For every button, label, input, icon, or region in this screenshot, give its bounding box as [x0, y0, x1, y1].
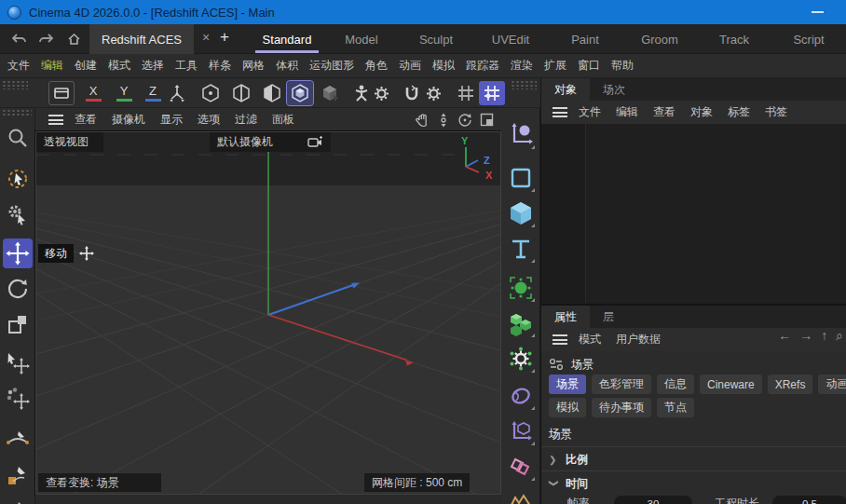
- motext-icon[interactable]: [505, 233, 537, 265]
- am-menu-mode[interactable]: 模式: [571, 332, 608, 347]
- fps-input[interactable]: 30: [614, 496, 692, 504]
- category-scene[interactable]: 场景: [549, 375, 586, 394]
- sketch-pen-icon[interactable]: [3, 460, 33, 490]
- am-menu-userdata[interactable]: 用户数据: [608, 332, 668, 347]
- menu-edit[interactable]: 编辑: [35, 58, 69, 74]
- viewport-menu-view[interactable]: 查看: [67, 112, 104, 128]
- category-cineware[interactable]: Cineware: [700, 375, 762, 394]
- history-back-icon[interactable]: ←: [778, 328, 791, 344]
- minimize-button[interactable]: [812, 11, 824, 13]
- lock-x-axis-button[interactable]: X: [80, 81, 106, 105]
- zoom-tool-icon[interactable]: [3, 123, 33, 153]
- transform-tool-icon[interactable]: [3, 348, 33, 378]
- undo-icon[interactable]: [9, 29, 30, 49]
- move-tool-icon[interactable]: [3, 238, 33, 268]
- group-scale[interactable]: ❯ 比例: [549, 452, 588, 468]
- tab-objects[interactable]: 对象: [541, 78, 590, 101]
- category-color-management[interactable]: 色彩管理: [592, 375, 651, 394]
- document-tab[interactable]: Redshift ACES: [89, 24, 194, 54]
- layout-tab-sculpt[interactable]: Sculpt: [399, 24, 473, 54]
- history-forward-icon[interactable]: →: [799, 328, 812, 344]
- viewport-menu-options[interactable]: 选项: [190, 112, 227, 128]
- lock-y-axis-button[interactable]: Y: [111, 81, 137, 105]
- mode-toggles-icon[interactable]: [549, 358, 564, 371]
- menu-mode[interactable]: 模式: [102, 58, 136, 74]
- asset-box-icon[interactable]: [48, 81, 75, 105]
- layout-tab-uvedit[interactable]: UVEdit: [473, 24, 548, 54]
- category-todo[interactable]: 待办事项: [592, 398, 651, 417]
- layout-tab-groom[interactable]: Groom: [622, 24, 697, 54]
- grid-toggle-icon[interactable]: [453, 81, 479, 105]
- home-icon[interactable]: [63, 29, 84, 49]
- rotate-view-icon[interactable]: [457, 113, 472, 128]
- lock-z-axis-button[interactable]: Z: [140, 81, 166, 105]
- tab-takes[interactable]: 场次: [590, 78, 638, 101]
- multi-move-tool-icon[interactable]: [3, 384, 33, 414]
- tab-attributes[interactable]: 属性: [541, 306, 590, 328]
- viewport-hamburger-icon[interactable]: [48, 115, 63, 125]
- group-time[interactable]: ❯ 时间: [549, 476, 588, 492]
- rotate-tool-icon[interactable]: [3, 274, 33, 304]
- maximize-view-icon[interactable]: [480, 113, 494, 127]
- coordinates-tool-icon[interactable]: [505, 119, 537, 151]
- attribute-manager-hamburger-icon[interactable]: [553, 334, 567, 345]
- character-settings-gear-icon[interactable]: [371, 81, 391, 105]
- redo-icon[interactable]: [35, 29, 56, 49]
- layout-tab-model[interactable]: Model: [324, 24, 399, 54]
- menu-character[interactable]: 角色: [360, 58, 393, 74]
- menu-select[interactable]: 选择: [136, 58, 170, 74]
- poly-pen-icon[interactable]: [3, 496, 33, 504]
- menu-render[interactable]: 渲染: [505, 58, 539, 74]
- menu-window[interactable]: 窗口: [572, 58, 606, 74]
- pan-view-icon[interactable]: [416, 113, 430, 128]
- am-search-icon[interactable]: ⌕: [836, 328, 843, 344]
- scale-tool-icon[interactable]: [3, 309, 33, 339]
- snap-magnet-icon[interactable]: [401, 81, 423, 105]
- viewport-menu-filter[interactable]: 过滤: [227, 112, 265, 128]
- quantize-grid-icon[interactable]: [479, 81, 505, 105]
- toolbar-grip-right[interactable]: [511, 80, 537, 89]
- menu-create[interactable]: 创建: [69, 58, 102, 74]
- object-list[interactable]: [541, 124, 846, 304]
- viewport-bottom-grip[interactable]: [35, 495, 501, 504]
- menu-mograph[interactable]: 运动图形: [304, 58, 360, 74]
- volume-builder-icon[interactable]: [505, 307, 537, 339]
- layout-tab-track[interactable]: Track: [697, 24, 771, 54]
- category-info[interactable]: 信息: [657, 375, 694, 394]
- go-up-icon[interactable]: ↑: [821, 328, 827, 344]
- layout-tab-standard[interactable]: Standard: [250, 24, 324, 54]
- menu-animate[interactable]: 动画: [393, 58, 427, 74]
- close-tab-icon[interactable]: ×: [198, 30, 214, 45]
- view-name-label[interactable]: 透视视图: [36, 132, 103, 152]
- om-menu-edit[interactable]: 编辑: [608, 104, 646, 120]
- spline-rectangle-icon[interactable]: [505, 162, 537, 194]
- duration-input[interactable]: 0.5: [772, 496, 846, 504]
- menu-help[interactable]: 帮助: [606, 58, 639, 74]
- menu-mesh[interactable]: 网格: [237, 58, 270, 74]
- tab-layers[interactable]: 层: [590, 306, 627, 328]
- add-tab-icon[interactable]: +: [216, 28, 233, 47]
- edges-mode-icon[interactable]: [228, 81, 254, 105]
- category-simulation[interactable]: 模拟: [549, 398, 586, 417]
- dolly-view-icon[interactable]: [437, 113, 450, 128]
- om-menu-tags[interactable]: 标签: [720, 104, 757, 120]
- menu-tracker[interactable]: 跟踪器: [460, 58, 505, 74]
- menu-extensions[interactable]: 扩展: [539, 58, 572, 74]
- category-animation[interactable]: 动画: [818, 375, 846, 394]
- instance-icon[interactable]: [505, 451, 537, 483]
- coordinate-system-icon[interactable]: [164, 81, 190, 105]
- category-nodes[interactable]: 节点: [657, 398, 694, 417]
- texture-mode-icon[interactable]: [317, 81, 343, 105]
- layout-tab-script[interactable]: Script: [771, 24, 846, 54]
- cube-primitive-icon[interactable]: [505, 198, 537, 229]
- snap-settings-gear-icon[interactable]: [423, 81, 443, 105]
- left-palette-grip[interactable]: [2, 109, 32, 116]
- tweak-tool-icon[interactable]: [3, 199, 33, 229]
- points-mode-icon[interactable]: [198, 81, 224, 105]
- menu-tools[interactable]: 工具: [170, 58, 203, 74]
- camera-label[interactable]: 默认摄像机: [210, 132, 331, 152]
- landscape-icon[interactable]: [505, 486, 537, 504]
- viewport-menu-panel[interactable]: 面板: [265, 112, 302, 128]
- om-menu-file[interactable]: 文件: [571, 104, 608, 120]
- viewport-menu-display[interactable]: 显示: [153, 112, 190, 128]
